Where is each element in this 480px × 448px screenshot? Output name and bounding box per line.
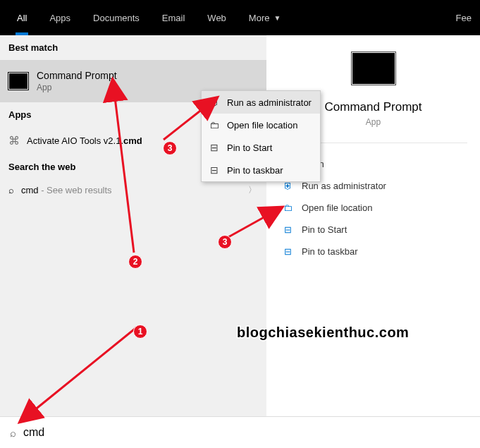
annotation-badge-1: 1 xyxy=(133,325,147,339)
tab-web[interactable]: Web xyxy=(196,0,238,35)
best-match-header: Best match xyxy=(0,35,266,60)
best-match-title: Command Prompt xyxy=(37,70,117,81)
ctx-label: Open file location xyxy=(227,120,297,131)
action-label: Pin to Start xyxy=(302,224,347,235)
search-input[interactable] xyxy=(23,426,470,439)
ctx-open-file-location[interactable]: 🗀Open file location xyxy=(202,114,320,136)
top-tabs-bar: All Apps Documents Email Web More▼ Fee xyxy=(0,0,480,35)
annotation-badge-2: 2 xyxy=(128,255,142,269)
action-pin-taskbar[interactable]: ⊟Pin to taskbar xyxy=(266,241,480,262)
ctx-label: Pin to Start xyxy=(227,143,272,153)
topbar-right-text: Fee xyxy=(456,0,474,35)
tab-all[interactable]: All xyxy=(6,0,38,35)
action-label: Run as administrator xyxy=(302,181,386,191)
annotation-badge-3a: 3 xyxy=(163,141,177,155)
shield-icon: ⛨ xyxy=(209,97,220,108)
web-result-label: cmd - See web results xyxy=(21,185,112,195)
ctx-label: Run as administrator xyxy=(227,97,312,108)
best-match-category: App xyxy=(37,83,117,92)
action-label: Pin to taskbar xyxy=(302,246,358,257)
cmd-icon-large xyxy=(352,52,395,85)
app-file-icon: ⌘ xyxy=(8,134,20,147)
best-match-label: Command Prompt App xyxy=(37,70,117,92)
context-menu: ⛨Run as administrator 🗀Open file locatio… xyxy=(201,90,321,182)
apps-result-label: Activate AIO Tools v2.1.cmd xyxy=(27,135,142,146)
pin-icon: ⊟ xyxy=(209,142,220,153)
ctx-pin-taskbar[interactable]: ⊟Pin to taskbar xyxy=(202,159,320,181)
search-bar: ⌕ xyxy=(0,416,480,448)
annotation-badge-3b: 3 xyxy=(218,235,232,249)
tab-more[interactable]: More▼ xyxy=(238,0,293,35)
tab-apps[interactable]: Apps xyxy=(38,0,82,35)
search-icon: ⌕ xyxy=(10,427,16,439)
folder-icon: 🗀 xyxy=(282,202,293,213)
pin-icon: ⊟ xyxy=(282,224,293,235)
action-label: Open file location xyxy=(302,202,372,213)
shield-icon: ⛨ xyxy=(282,181,293,191)
pin-icon: ⊟ xyxy=(282,246,293,257)
chevron-down-icon: ▼ xyxy=(273,14,281,22)
web-result-row[interactable]: ⌕ cmd - See web results 〉 xyxy=(0,179,266,201)
search-icon: ⌕ xyxy=(8,185,14,195)
tab-documents[interactable]: Documents xyxy=(82,0,151,35)
action-open-file-location[interactable]: 🗀Open file location xyxy=(266,197,480,219)
chevron-right-icon: 〉 xyxy=(248,184,257,196)
ctx-label: Pin to taskbar xyxy=(227,165,283,176)
pin-icon: ⊟ xyxy=(209,164,220,176)
action-pin-start[interactable]: ⊟Pin to Start xyxy=(266,219,480,241)
folder-icon: 🗀 xyxy=(209,119,220,131)
ctx-pin-start[interactable]: ⊟Pin to Start xyxy=(202,136,320,159)
ctx-run-as-admin[interactable]: ⛨Run as administrator xyxy=(202,91,320,114)
tab-email[interactable]: Email xyxy=(151,0,197,35)
cmd-icon xyxy=(8,73,28,90)
watermark-text: blogchiasekienthuc.com xyxy=(237,325,409,341)
